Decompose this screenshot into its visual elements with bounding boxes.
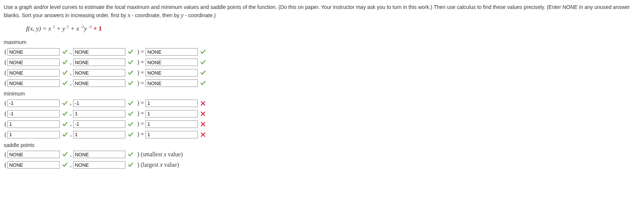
check-icon	[61, 132, 69, 138]
formula-prefix: f(x, y) = x	[26, 25, 51, 32]
minimum-value-input[interactable]	[146, 131, 198, 138]
minimum-y-input[interactable]	[73, 110, 125, 117]
maximum-row: (,) =	[4, 57, 640, 67]
saddle-y-input[interactable]	[73, 161, 125, 169]
check-icon	[199, 59, 207, 65]
saddle-row: (,) (smallest x value)	[4, 150, 640, 159]
check-icon	[61, 111, 69, 117]
maximum-x-input[interactable]	[7, 59, 60, 66]
comma: ,	[70, 130, 73, 138]
saddle-label: saddle points	[4, 142, 640, 149]
comma: ,	[70, 161, 73, 169]
minimum-row: (,) =	[4, 109, 640, 119]
comma: ,	[70, 58, 73, 66]
close-paren: )	[136, 161, 139, 169]
minimum-y-input[interactable]	[73, 120, 125, 128]
minimum-x-input[interactable]	[7, 131, 60, 138]
maximum-y-input[interactable]	[73, 59, 125, 66]
open-paren: (	[4, 120, 7, 129]
close-paren-eq: ) =	[136, 58, 146, 66]
formula-mid1: + y	[55, 25, 65, 32]
minimum-x-input[interactable]	[7, 100, 60, 107]
formula-mid3: y	[84, 25, 87, 32]
check-icon	[127, 100, 134, 106]
maximum-x-input[interactable]	[7, 48, 60, 56]
open-paren: (	[4, 160, 7, 169]
check-icon	[127, 80, 134, 86]
check-icon	[61, 80, 69, 86]
maximum-row: (,) =	[4, 78, 640, 88]
saddle-x-input[interactable]	[7, 151, 60, 158]
check-icon	[127, 151, 134, 157]
close-paren-eq: ) =	[136, 79, 146, 87]
minimum-y-input[interactable]	[73, 131, 125, 138]
minimum-x-input[interactable]	[7, 110, 60, 117]
comma: ,	[70, 48, 73, 56]
cross-icon	[199, 100, 207, 106]
check-icon	[61, 49, 69, 55]
maximum-value-input[interactable]	[146, 48, 198, 56]
check-icon	[61, 70, 69, 76]
check-icon	[199, 49, 207, 55]
maximum-x-input[interactable]	[7, 69, 60, 76]
maximum-y-input[interactable]	[73, 79, 125, 87]
check-icon	[199, 70, 207, 76]
open-paren: (	[4, 130, 7, 139]
comma: ,	[70, 99, 73, 107]
saddle-y-input[interactable]	[73, 151, 125, 158]
comma: ,	[70, 120, 73, 128]
minimum-row: (,) =	[4, 119, 640, 129]
check-icon	[127, 70, 134, 76]
saddle-after: (largest x value)	[139, 161, 179, 169]
cross-icon	[199, 121, 207, 127]
question-text: Use a graph and/or level curves to estim…	[4, 4, 640, 19]
maximum-y-input[interactable]	[73, 69, 125, 76]
maximum-value-input[interactable]	[146, 59, 198, 66]
formula-plus1: + 1	[92, 25, 102, 32]
check-icon	[61, 151, 69, 157]
formula-sup4: -2	[88, 24, 92, 29]
minimum-value-input[interactable]	[146, 110, 198, 117]
close-paren-eq: ) =	[136, 109, 146, 117]
saddle-after: (smallest x value)	[139, 150, 183, 159]
question-part1: Use a graph and/or level curves to estim…	[4, 4, 630, 18]
maximum-value-input[interactable]	[146, 79, 198, 87]
open-paren: (	[4, 99, 7, 108]
check-icon	[61, 100, 69, 106]
check-icon	[199, 80, 207, 86]
check-icon	[61, 121, 69, 127]
cross-icon	[199, 111, 207, 117]
maximum-row: (,) =	[4, 47, 640, 57]
close-paren-eq: ) =	[136, 120, 146, 128]
question-part2: - coordinate, then by	[130, 12, 181, 18]
minimum-value-input[interactable]	[146, 120, 198, 128]
open-paren: (	[4, 109, 7, 118]
minimum-row: (,) =	[4, 98, 640, 108]
check-icon	[127, 132, 134, 138]
open-paren: (	[4, 150, 7, 159]
comma: ,	[70, 79, 73, 87]
comma: ,	[70, 69, 73, 77]
maximum-value-input[interactable]	[146, 69, 198, 76]
maximum-x-input[interactable]	[7, 79, 60, 87]
comma: ,	[70, 150, 73, 159]
open-paren: (	[4, 47, 7, 56]
open-paren: (	[4, 68, 7, 77]
maximum-y-input[interactable]	[73, 48, 125, 56]
close-paren-eq: ) =	[136, 130, 146, 138]
saddle-x-input[interactable]	[7, 161, 60, 169]
formula-sup3: -2	[81, 24, 84, 29]
question-part3: - coordinate.)	[184, 12, 216, 18]
comma: ,	[70, 109, 73, 117]
close-paren-eq: ) =	[136, 48, 146, 56]
check-icon	[61, 59, 69, 65]
question-y: y	[181, 12, 184, 18]
minimum-value-input[interactable]	[146, 100, 198, 107]
minimum-x-input[interactable]	[7, 120, 60, 128]
saddle-row: (,) (largest x value)	[4, 160, 640, 170]
close-paren: )	[136, 150, 139, 159]
minimum-y-input[interactable]	[73, 100, 125, 107]
minimum-row: (,) =	[4, 130, 640, 140]
cross-icon	[199, 132, 207, 138]
close-paren-eq: ) =	[136, 69, 146, 77]
